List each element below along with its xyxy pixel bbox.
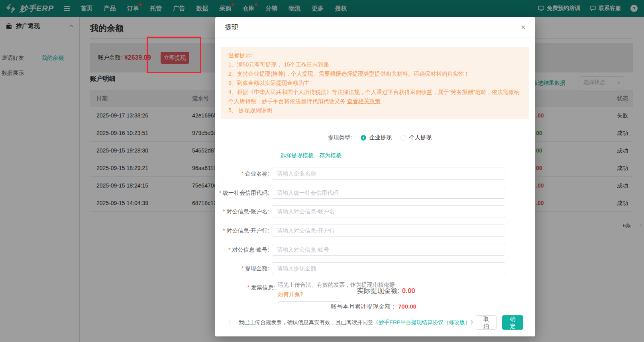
company-name-input[interactable]	[272, 168, 505, 180]
withdraw-amount-input[interactable]	[272, 262, 505, 274]
required-asterisk: *	[242, 265, 243, 272]
red-highlight-annotation	[147, 37, 201, 73]
monthly-total-withdraw-value: 700.00	[398, 303, 416, 309]
required-asterisk: *	[223, 208, 225, 215]
required-asterisk: *	[242, 170, 243, 177]
notice-line-2: 2、支持企业提现(推荐)，个人提现。需要根据选择提现类型提供相关材料。请确保材料…	[228, 69, 522, 78]
notice-line-5: 5、 提现规则说明	[228, 106, 522, 115]
actual-withdraw-amount-value: 0.00	[402, 287, 415, 295]
settlement-agreement-link[interactable]: 《妙手ERP平台提现结算协议（修改版）》	[373, 319, 476, 326]
required-asterisk: *	[223, 227, 225, 234]
radio-selected-icon	[361, 135, 366, 141]
modal-header: 提现 ×	[215, 17, 535, 37]
radio-personal-withdraw[interactable]: 个人提现	[401, 134, 432, 141]
account-number-input[interactable]	[272, 244, 505, 256]
required-asterisk: *	[247, 284, 249, 291]
view-policy-link[interactable]: 查看相关政策	[347, 98, 381, 104]
choose-template-link[interactable]: 选择提现模板	[280, 152, 314, 159]
agree-checkbox[interactable]	[230, 320, 235, 325]
agree-text: 我已上传合规发票，确认信息真实有效，且已阅读并同意	[239, 319, 373, 326]
notice-line-4: 4、根据《中华人民共和国个人所得税法》等法律法规，个人通过平台获得返佣收益，属于…	[228, 88, 522, 106]
actual-withdraw-amount-row: 实际提现金额:0.00	[357, 286, 415, 295]
modal-title: 提现	[225, 23, 238, 32]
required-asterisk: *	[228, 246, 230, 253]
notice-line-1: 1、满50元即可提现， 15个工作日内到账	[228, 60, 522, 69]
confirm-button[interactable]: 确定	[502, 315, 523, 330]
withdraw-type-label: 提现类型:	[328, 134, 352, 141]
account-name-input[interactable]	[272, 205, 505, 217]
modal-footer: 我已上传合规发票，确认信息真实有效，且已阅读并同意 《妙手ERP平台提现结算协议…	[215, 309, 535, 336]
template-links-row: 选择提现模板 存为模板	[280, 152, 342, 159]
radio-enterprise-withdraw[interactable]: 企业提现	[361, 134, 392, 141]
cancel-button[interactable]: 取消	[476, 315, 497, 330]
withdraw-type-row: 提现类型: 企业提现 个人提现	[328, 133, 432, 143]
radio-unselected-icon	[401, 135, 406, 141]
how-to-invoice-link[interactable]: 如何开票?	[278, 291, 303, 298]
invoice-info-label: *发票信息:	[215, 281, 275, 293]
credit-code-input[interactable]	[272, 187, 505, 199]
notice-box: 温馨提示: 1、满50元即可提现， 15个工作日内到账 2、支持企业提现(推荐)…	[221, 47, 529, 119]
close-icon[interactable]: ×	[521, 23, 526, 31]
notice-title: 温馨提示:	[228, 51, 522, 60]
save-template-link[interactable]: 存为模板	[319, 152, 342, 159]
withdraw-modal: 提现 × 温馨提示: 1、满50元即可提现， 15个工作日内到账 2、支持企业提…	[215, 17, 535, 336]
notice-line-3: 3、到账金额以实际提现金额为主	[228, 78, 522, 88]
modal-body: 温馨提示: 1、满50元即可提现， 15个工作日内到账 2、支持企业提现(推荐)…	[215, 38, 535, 309]
bank-branch-input[interactable]	[272, 225, 505, 236]
required-asterisk: *	[219, 190, 221, 196]
monthly-total-withdraw-row: 账号本月累计提现金额：700.00	[331, 303, 416, 309]
